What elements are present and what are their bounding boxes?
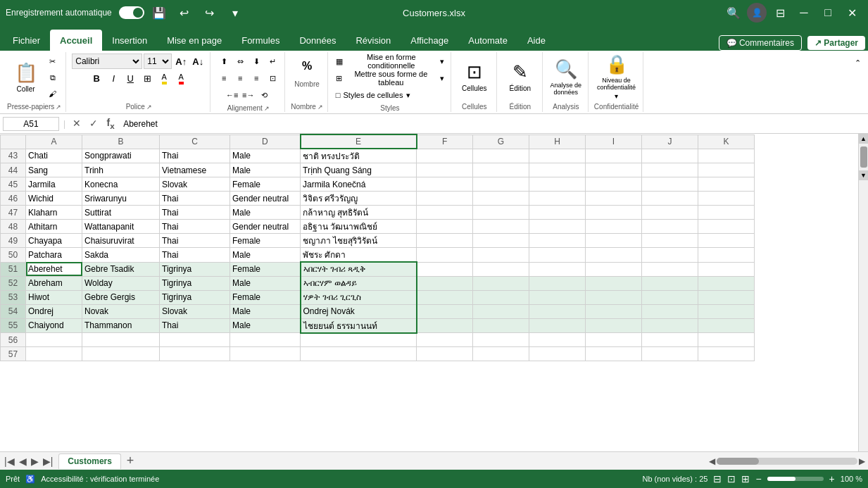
cell-k46[interactable] — [698, 192, 755, 206]
cell-i51[interactable] — [586, 262, 642, 276]
cell-a50[interactable]: Patchara — [26, 248, 82, 263]
cell-c50[interactable]: Thai — [160, 248, 230, 263]
cell-b50[interactable]: Sakda — [82, 248, 160, 263]
cell-a51[interactable]: Aberehet — [26, 262, 82, 276]
scroll-down-button[interactable]: ▼ — [859, 170, 869, 180]
merge-button[interactable]: ⊡ — [265, 70, 280, 86]
cell-c56[interactable] — [160, 333, 230, 347]
cell-k54[interactable] — [698, 304, 755, 318]
wrap-text-button[interactable]: ↵ — [265, 54, 280, 69]
insert-function-icon[interactable]: fx — [103, 117, 118, 130]
row-header[interactable]: 48 — [1, 220, 26, 234]
cell-e56[interactable] — [301, 333, 417, 347]
cell-b48[interactable]: Wattanapanit — [82, 220, 160, 234]
cell-e54[interactable]: Ondrej Novák — [301, 304, 417, 318]
col-header-i[interactable]: I — [586, 134, 642, 149]
cell-b56[interactable] — [82, 333, 160, 347]
cell-c51[interactable]: Tigrinya — [160, 262, 230, 276]
cell-k43[interactable] — [698, 149, 755, 163]
view-page-icon[interactable]: ⊞ — [741, 473, 750, 484]
redo-button[interactable]: ↪ — [199, 2, 220, 23]
cell-f54[interactable] — [417, 304, 473, 318]
cell-e57[interactable] — [301, 347, 417, 361]
cell-b46[interactable]: Sriwarunyu — [82, 192, 160, 206]
cell-a54[interactable]: Ondrej — [26, 304, 82, 318]
scroll-up-button[interactable]: ▲ — [859, 134, 869, 144]
confirm-formula-icon[interactable]: ✓ — [87, 118, 101, 129]
col-header-a[interactable]: A — [26, 134, 82, 149]
tab-affichage[interactable]: Affichage — [401, 30, 458, 51]
paste-special-button[interactable]: 🖌 — [45, 86, 61, 101]
scroll-thumb[interactable] — [860, 146, 867, 168]
col-header-j[interactable]: J — [642, 134, 698, 149]
undo-button[interactable]: ↩ — [174, 2, 195, 23]
tab-nav-last[interactable]: ▶| — [42, 456, 55, 467]
zoom-plus-icon[interactable]: + — [829, 473, 835, 484]
cell-c48[interactable]: Thai — [160, 220, 230, 234]
row-header[interactable]: 55 — [1, 318, 26, 333]
cell-b57[interactable] — [82, 347, 160, 361]
tab-fichier[interactable]: Fichier — [3, 30, 50, 51]
cell-k45[interactable] — [698, 177, 755, 192]
cell-f46[interactable] — [417, 192, 473, 206]
cell-i56[interactable] — [586, 333, 642, 347]
cell-c55[interactable]: Thai — [160, 318, 230, 333]
col-header-g[interactable]: G — [473, 134, 529, 149]
cell-h57[interactable] — [529, 347, 586, 361]
cell-g51[interactable] — [473, 262, 529, 276]
col-header-b[interactable]: B — [82, 134, 160, 149]
zoom-slider[interactable] — [767, 477, 824, 481]
cell-i47[interactable] — [586, 206, 642, 220]
quick-access-more[interactable]: ▾ — [225, 2, 246, 23]
cell-f57[interactable] — [417, 347, 473, 361]
cell-b43[interactable]: Songprawati — [82, 149, 160, 163]
copy-button[interactable]: ⧉ — [45, 70, 61, 85]
cell-h49[interactable] — [529, 234, 586, 248]
analyze-button[interactable]: 🔍 Analyse de données — [548, 54, 584, 100]
cell-h56[interactable] — [529, 333, 586, 347]
cell-i44[interactable] — [586, 163, 642, 177]
cell-c46[interactable]: Thai — [160, 192, 230, 206]
coller-button[interactable]: 📋 Coller — [8, 54, 44, 101]
col-header-d[interactable]: D — [230, 134, 301, 149]
cell-h51[interactable] — [529, 262, 586, 276]
cell-e53[interactable]: ሃዎት ገብሪ ጊርጊስ — [301, 290, 417, 304]
row-header[interactable]: 53 — [1, 290, 26, 304]
cell-b49[interactable]: Chaisuruvirat — [82, 234, 160, 248]
cell-h50[interactable] — [529, 248, 586, 263]
cell-g49[interactable] — [473, 234, 529, 248]
cell-i45[interactable] — [586, 177, 642, 192]
cell-f50[interactable] — [417, 248, 473, 263]
clipboard-expand-icon[interactable]: ↗ — [56, 104, 61, 111]
align-bottom-button[interactable]: ⬇ — [249, 54, 264, 69]
cell-f53[interactable] — [417, 290, 473, 304]
cell-e44[interactable]: Trịnh Quang Sáng — [301, 163, 417, 177]
cell-j56[interactable] — [642, 333, 698, 347]
cell-b53[interactable]: Gebre Gergis — [82, 290, 160, 304]
row-header[interactable]: 47 — [1, 206, 26, 220]
cell-c53[interactable]: Tigrinya — [160, 290, 230, 304]
cell-d53[interactable]: Female — [230, 290, 301, 304]
cell-g53[interactable] — [473, 290, 529, 304]
cell-e46[interactable]: วิจิตร ศรีวรัญญู — [301, 192, 417, 206]
cell-a56[interactable] — [26, 333, 82, 347]
cell-j55[interactable] — [642, 318, 698, 333]
align-middle-button[interactable]: ⇔ — [232, 54, 248, 69]
row-header[interactable]: 52 — [1, 276, 26, 290]
cell-g57[interactable] — [473, 347, 529, 361]
cell-j47[interactable] — [642, 206, 698, 220]
autosave-toggle[interactable] — [119, 6, 144, 19]
cell-h54[interactable] — [529, 304, 586, 318]
cell-d43[interactable]: Male — [230, 149, 301, 163]
share-button[interactable]: ↗ Partager — [807, 36, 865, 50]
sheet-tab-customers[interactable]: Customers — [58, 453, 121, 469]
view-normal-icon[interactable]: ⊟ — [713, 473, 722, 484]
tab-nav-prev[interactable]: ◀ — [18, 456, 28, 467]
comments-button[interactable]: 💬 Commentaires — [719, 35, 802, 51]
cell-i57[interactable] — [586, 347, 642, 361]
cell-a44[interactable]: Sang — [26, 163, 82, 177]
cell-c47[interactable]: Thai — [160, 206, 230, 220]
close-button[interactable]: ✕ — [841, 2, 862, 23]
cell-e48[interactable]: อธิฐาน วัฒนาพณิชย์ — [301, 220, 417, 234]
cell-h52[interactable] — [529, 276, 586, 290]
